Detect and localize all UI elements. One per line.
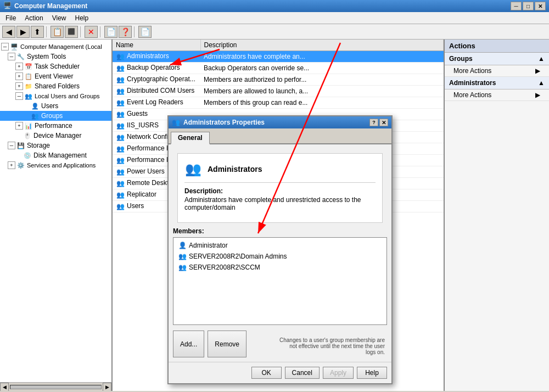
member-name: Administrator (189, 242, 228, 249)
expander-storage[interactable]: ─ (8, 142, 15, 149)
table-row[interactable]: 👥Event Log Readers Members of this group… (113, 97, 444, 109)
expander-services-apps[interactable]: + (8, 161, 15, 169)
expander-shared-folders[interactable]: + (15, 82, 23, 90)
toolbar-back[interactable]: ◀ (2, 26, 15, 38)
tree-local-users[interactable]: ─ 👥 Local Users and Groups (0, 91, 111, 101)
menu-file[interactable]: File (2, 13, 19, 23)
tree-groups[interactable]: 👥 Groups (0, 111, 111, 121)
row-group-icon: 👥 (116, 75, 125, 84)
actions-more-actions-groups[interactable]: More Actions ▶ (445, 65, 549, 77)
close-button[interactable]: ✕ (535, 2, 546, 10)
storage-icon: 💾 (16, 141, 25, 150)
maximize-button[interactable]: □ (523, 2, 534, 10)
expander-event-viewer[interactable]: + (15, 72, 23, 80)
menu-action[interactable]: Action (21, 13, 46, 23)
scroll-track-h[interactable] (10, 385, 102, 389)
member-item[interactable]: 👥SERVER2008R2\SCCM (176, 262, 384, 273)
dialog-help-button[interactable]: ? (369, 119, 378, 126)
col-name[interactable]: Name (113, 40, 200, 51)
administrators-properties-dialog: 👥 Administrators Properties ? ✕ General … (167, 115, 393, 384)
apply-button[interactable]: Apply (323, 367, 354, 379)
toolbar-help[interactable]: ❓ (119, 26, 132, 38)
tree-label-users: Users (41, 102, 58, 110)
row-group-icon: 👥 (116, 156, 125, 165)
tree-label-task-scheduler: Task Scheduler (35, 63, 80, 70)
toolbar-up[interactable]: ⬆ (31, 26, 44, 38)
menu-help[interactable]: Help (72, 13, 92, 23)
toolbar-new-window[interactable]: ⬛ (65, 26, 78, 38)
cell-description: Backup Operators can override se... (200, 63, 444, 74)
table-row[interactable]: 👥Cryptographic Operat... Members are aut… (113, 74, 444, 86)
menu-view[interactable]: View (49, 13, 70, 23)
dialog-note: Changes to a user's group membership are… (277, 335, 387, 357)
actions-group-groups[interactable]: Groups ▲ (445, 53, 549, 65)
members-list[interactable]: 👤Administrator👥SERVER2008R2\Domain Admin… (173, 237, 387, 325)
tree-device-manager[interactable]: 🖱️ Device Manager (0, 131, 111, 141)
member-item[interactable]: 👤Administrator (176, 240, 384, 251)
toolbar-forward[interactable]: ▶ (16, 26, 30, 38)
expander-task-scheduler[interactable]: + (15, 63, 23, 70)
dialog-tab-general[interactable]: General (171, 132, 210, 144)
tree-system-tools[interactable]: ─ 🔧 System Tools (0, 52, 111, 61)
app-icon: 🖥️ (3, 2, 12, 10)
toolbar-sep3 (100, 26, 102, 37)
toolbar-properties[interactable]: 📄 (104, 26, 117, 38)
scroll-left[interactable]: ◀ (0, 383, 9, 391)
h-scrollbar[interactable]: ◀ ▶ (0, 382, 111, 391)
tree-services-apps[interactable]: + ⚙️ Services and Applications (0, 160, 111, 170)
description-value: Administrators have complete and unrestr… (184, 196, 376, 211)
row-group-icon: 👥 (116, 87, 125, 96)
disk-management-icon: 💿 (23, 151, 32, 160)
table-row[interactable]: 👥Administrators Administrators have comp… (113, 51, 444, 63)
tree-shared-folders[interactable]: + 📁 Shared Folders (0, 81, 111, 91)
tree-event-viewer[interactable]: + 📋 Event Viewer (0, 71, 111, 81)
cancel-button[interactable]: Cancel (285, 367, 320, 379)
chevron-right-icon-groups: ▶ (535, 67, 540, 75)
tree-storage[interactable]: ─ 💾 Storage (0, 141, 111, 150)
row-group-icon: 👥 (116, 202, 125, 211)
scroll-right[interactable]: ▶ (103, 383, 111, 391)
actions-group-administrators[interactable]: Administrators ▲ (445, 77, 549, 89)
dialog-close-button[interactable]: ✕ (379, 119, 388, 126)
expander-performance[interactable]: + (15, 122, 23, 130)
dialog-content-area: 👥 Administrators Description: Administra… (177, 153, 383, 223)
toolbar-sep2 (80, 26, 82, 37)
title-bar: 🖥️ Computer Management ─ □ ✕ (0, 0, 549, 12)
expander-computer-mgmt[interactable]: ─ (1, 43, 9, 51)
expander-system-tools[interactable]: ─ (8, 53, 15, 60)
minimize-button[interactable]: ─ (511, 2, 522, 10)
tree-users[interactable]: 👤 Users (0, 101, 111, 111)
actions-more-actions-administrators[interactable]: More Actions ▶ (445, 89, 549, 101)
help-button[interactable]: Help (357, 367, 387, 379)
add-button[interactable]: Add... (173, 331, 204, 357)
dialog-title-icon: 👥 (172, 119, 180, 126)
tree-disk-management[interactable]: 💿 Disk Management (0, 150, 111, 160)
remove-button[interactable]: Remove (208, 331, 247, 357)
cell-description: Members of this group can read e... (200, 97, 444, 109)
shared-folders-icon: 📁 (24, 82, 33, 91)
members-label: Members: (173, 227, 204, 235)
toolbar-export[interactable]: 📄 (138, 26, 152, 38)
toolbar-show-hide[interactable]: 📋 (51, 26, 64, 38)
tree-label-event-viewer: Event Viewer (35, 72, 73, 80)
toolbar-delete[interactable]: ✕ (85, 26, 98, 38)
tree-computer-mgmt[interactable]: ─ 🖥️ Computer Management (Local (0, 42, 111, 52)
dialog-group-name: Administrators (208, 165, 262, 173)
cell-name: 👥Cryptographic Operat... (113, 74, 200, 86)
tree-task-scheduler[interactable]: + 📅 Task Scheduler (0, 61, 111, 71)
table-row[interactable]: 👥Distributed COM Users Members are allow… (113, 86, 444, 97)
cell-name: 👥Administrators (113, 51, 200, 63)
dialog-tabs: General (169, 128, 391, 144)
col-description[interactable]: Description (200, 40, 444, 51)
tree-performance[interactable]: + 📊 Performance (0, 121, 111, 131)
menu-bar: File Action View Help (0, 12, 549, 24)
expander-local-users[interactable]: ─ (15, 92, 23, 100)
toolbar-sep4 (134, 26, 136, 37)
cell-name: 👥Distributed COM Users (113, 86, 200, 97)
dialog-body: 👥 Administrators Description: Administra… (169, 144, 391, 362)
row-group-icon: 👥 (116, 191, 125, 199)
table-row[interactable]: 👥Backup Operators Backup Operators can o… (113, 63, 444, 74)
cell-name: 👥Backup Operators (113, 63, 200, 74)
member-item[interactable]: 👥SERVER2008R2\Domain Admins (176, 251, 384, 262)
ok-button[interactable]: OK (251, 367, 282, 379)
